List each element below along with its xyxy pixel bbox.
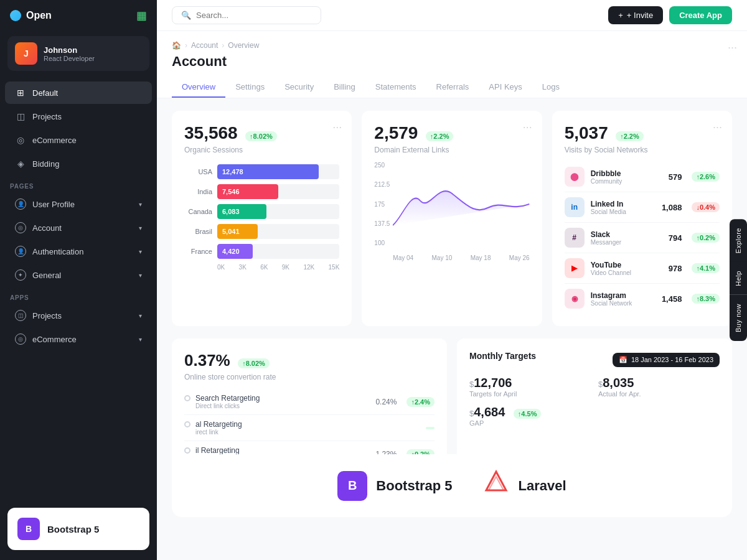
tab-overview[interactable]: Overview — [172, 77, 225, 98]
sidebar-item-projects-app[interactable]: ◫ Projects ▾ — [5, 304, 152, 327]
row-pct: 0.24% — [375, 398, 397, 406]
social-type: Messanger — [591, 239, 621, 246]
bar-row: Brasil 5,041 — [184, 224, 339, 239]
home-icon: 🏠 — [172, 41, 181, 50]
social-visits-badge: ↑2.2% — [616, 131, 644, 141]
card-menu-icon[interactable]: ··· — [332, 121, 342, 134]
organic-sessions-value: 35,568 — [184, 123, 238, 142]
card-menu-icon[interactable]: ··· — [728, 41, 737, 54]
domain-links-card: 2,579 ↑2.2% Domain External Links ··· 25… — [362, 111, 542, 326]
row-title: al Retargeting — [195, 420, 242, 429]
domain-links-value: 2,579 — [374, 123, 418, 142]
bar-fill: 12,478 — [217, 164, 319, 179]
line-chart: 250212.5175137.5100 — [374, 162, 529, 261]
tab-logs[interactable]: Logs — [532, 77, 570, 98]
search-bar[interactable]: 🔍 — [172, 6, 321, 24]
row-dot — [184, 447, 190, 454]
tab-api-keys[interactable]: API Keys — [479, 77, 532, 98]
logo-icon — [10, 10, 21, 21]
social-icon: # — [565, 228, 585, 248]
page-header: 🏠 › Account › Overview Account Overview … — [157, 31, 747, 98]
sidebar-item-account[interactable]: ◎ Account ▾ — [5, 217, 152, 239]
ecommerce-app-icon: ◎ — [15, 334, 26, 345]
sidebar-item-bidding[interactable]: ◈ Bidding — [5, 152, 152, 175]
side-label-explore[interactable]: Explore — [730, 219, 747, 262]
card-menu-icon[interactable]: ··· — [523, 121, 532, 134]
bar-fill: 4,420 — [217, 244, 253, 259]
bootstrap-promo: B Bootstrap 5 — [337, 471, 452, 501]
organic-sessions-card: 35,568 ↑8.02% Organic Sessions ··· USA 1… — [172, 111, 352, 326]
sidebar-header: Open ▦ — [0, 0, 157, 31]
social-row: ⬤ Dribbble Community 579 ↑2.6% — [565, 162, 720, 192]
social-badge: ↑0.2% — [692, 233, 720, 243]
chevron-down-icon: ▾ — [139, 272, 142, 279]
svg-marker-0 — [486, 472, 506, 490]
side-label-buy-now[interactable]: Buy now — [730, 295, 747, 341]
social-visits-label: Visits by Social Networks — [565, 146, 720, 154]
side-label-help[interactable]: Help — [730, 262, 747, 295]
axis-label: 15K — [329, 264, 340, 271]
tab-billing[interactable]: Billing — [324, 77, 365, 98]
svg-marker-1 — [489, 477, 504, 490]
projects-icon: ◫ — [15, 111, 26, 122]
bar-axis: 0K3K6K9K12K15K — [184, 264, 339, 271]
breadcrumb-account[interactable]: Account — [191, 41, 218, 50]
tab-security[interactable]: Security — [275, 77, 324, 98]
tab-settings[interactable]: Settings — [225, 77, 275, 98]
conversion-value: 0.37% — [184, 351, 230, 370]
x-label: May 04 — [393, 254, 413, 261]
sidebar-item-ecommerce[interactable]: ◎ eCommerce — [5, 129, 152, 151]
bar-country: USA — [184, 168, 212, 175]
card-menu-icon[interactable]: ··· — [713, 121, 722, 134]
sidebar-item-user-profile[interactable]: 👤 User Profile ▾ — [5, 193, 152, 215]
bootstrap-icon: B — [17, 518, 40, 540]
sidebar-item-label: Default — [32, 88, 58, 98]
row-title: il Retargeting — [195, 446, 240, 455]
row-title: Search Retargeting — [195, 394, 260, 403]
social-name: Linked In — [591, 200, 626, 208]
user-card[interactable]: J Johnson React Developer — [7, 36, 149, 71]
bar-row: India 7,546 — [184, 184, 339, 199]
sidebar-item-general[interactable]: ✦ General ▾ — [5, 264, 152, 286]
x-label: May 10 — [432, 254, 453, 261]
social-name: Dribbble — [591, 169, 622, 178]
tab-statements[interactable]: Statements — [365, 77, 426, 98]
social-row: # Slack Messanger 794 ↑0.2% — [565, 223, 720, 253]
conversion-label: Online store convertion rate — [184, 373, 435, 381]
page-title: Account — [172, 54, 732, 70]
bar-country: France — [184, 248, 212, 255]
sidebar-item-label: eCommerce — [32, 136, 77, 145]
tab-referrals[interactable]: Referrals — [426, 77, 479, 98]
laravel-promo-label: Laravel — [519, 478, 566, 494]
social-icon: in — [565, 197, 585, 217]
row-dot — [184, 395, 190, 401]
chevron-down-icon: ▾ — [139, 248, 142, 255]
side-labels: ExploreHelpBuy now — [730, 219, 747, 341]
social-value: 1,458 — [662, 294, 682, 304]
laravel-icon — [482, 469, 510, 502]
laravel-promo: Laravel — [482, 469, 566, 502]
create-app-button[interactable]: Create App — [669, 6, 732, 24]
sidebar-item-label: User Profile — [32, 200, 75, 209]
bar-value: 4,420 — [222, 248, 240, 255]
sidebar-item-default[interactable]: ⊞ Default — [5, 82, 152, 104]
bar-value: 7,546 — [222, 188, 240, 195]
account-icon: ◎ — [15, 222, 26, 233]
apps-section-label: APPS — [0, 287, 157, 304]
sidebar-item-label: eCommerce — [32, 335, 77, 344]
sidebar-item-label: Bidding — [32, 159, 59, 169]
sidebar-item-authentication[interactable]: 👤 Authentication ▾ — [5, 240, 152, 263]
sidebar-chart-icon[interactable]: ▦ — [136, 9, 147, 22]
bootstrap-card: B Bootstrap 5 — [7, 508, 149, 550]
sidebar-item-projects[interactable]: ◫ Projects — [5, 105, 152, 128]
bar-fill: 5,041 — [217, 224, 258, 239]
search-input[interactable] — [196, 11, 312, 20]
target-badge: ↑4.5% — [514, 409, 542, 419]
conversion-badge: ↑8.02% — [238, 358, 270, 368]
bar-row: Canada 6,083 — [184, 204, 339, 219]
target-item: $12,706 Targets for April — [469, 376, 591, 398]
sidebar-item-ecommerce-app[interactable]: ◎ eCommerce ▾ — [5, 328, 152, 350]
invite-button[interactable]: + + Invite — [608, 6, 663, 24]
row-dot — [184, 421, 190, 427]
social-visits-value: 5,037 — [565, 123, 608, 142]
